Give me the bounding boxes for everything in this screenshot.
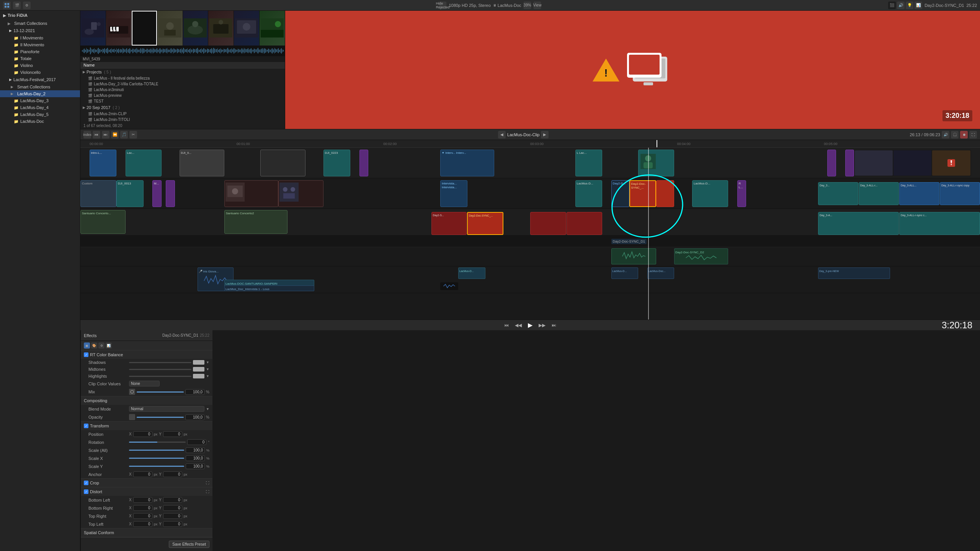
day3-new-audio[interactable]: Day_3-pre-NEW [818,267,890,279]
topbar-icon-1[interactable]: ⬛ [888,2,896,9]
clip-v2-m[interactable]: M... [152,180,162,207]
position-y-field[interactable]: 0 [163,431,182,437]
timeline-btn-5[interactable]: ✂ [129,131,137,139]
effects-icon-3[interactable]: ⚙ [98,342,105,349]
sidebar-item-i-movimento[interactable]: 📁 I Movimento [0,34,80,41]
timeline-index-btn[interactable]: Index [83,131,91,139]
timeline-btn-1[interactable]: ⏮ [93,131,100,139]
timeline-btn-2[interactable]: ⏭ [102,131,109,139]
library-btn[interactable]: 🎬 [13,2,21,9]
transport-skip-back[interactable]: ⏮ [503,323,510,328]
opacity-slider[interactable] [137,417,184,418]
transport-skip-fwd[interactable]: ⏭ [550,323,558,328]
position-x-field[interactable]: 0 [133,431,152,437]
clip-v3-5[interactable]: DJI_0223 [323,150,351,176]
timeline-btn-3[interactable]: ⏪ [111,131,119,139]
projects-group[interactable]: ▶ Projects ( 5 ) [80,68,285,75]
project-item-3[interactable]: 🎬 LacMus-in3minuti [80,87,285,93]
date-item-2[interactable]: 🎬 LacMus-2min-TITOLI [80,117,285,122]
sidebar-item-smart-collections-sub[interactable]: ▶ Smart Collections [0,83,80,90]
clip-purple-2[interactable] [845,150,854,176]
effects-icon-2[interactable]: 🎨 [91,342,97,349]
topbar-icon-4[interactable]: 📊 [915,2,922,9]
sidebar-item-pianoforte[interactable]: 📁 Pianoforte [0,48,80,55]
lacmus-d-center[interactable]: LacMus-D... [458,267,485,279]
clip-v3-7[interactable] [638,150,674,176]
clip-v3-6[interactable] [359,150,369,176]
intervista-audio[interactable]: LacMus_Doc_Intervista 1 - Lous [224,285,314,291]
mix-value-field[interactable]: 100,0 [185,389,204,395]
opacity-value-field[interactable]: 100,0 [185,414,204,420]
clip-after-selected[interactable] [656,180,674,207]
day3-v1-2[interactable]: Day_3-ALL-r-sync c... [899,212,980,235]
clip-v2-r[interactable]: R L... [737,180,746,207]
sidebar-item-totale[interactable]: 📁 Totale [0,55,80,62]
clip-selected-main[interactable]: Day2-Doc-SYNC_... [629,180,657,207]
clip-v3-3[interactable]: DJI_0... [180,150,225,176]
transport-play[interactable]: ▶ [526,321,534,329]
sidebar-app-title[interactable]: ▶ Trio FiDiA [0,11,80,20]
save-effects-preset-btn[interactable]: Save Effects Preset [169,541,209,548]
sidebar-item-lacmus-day-5[interactable]: 📁 LacMus-Day_5 [0,111,80,118]
tr-x-field[interactable]: 0 [133,513,152,519]
scale-x-slider[interactable] [129,458,184,459]
mix-slider[interactable] [137,391,184,393]
shadows-slider[interactable] [129,362,191,363]
clip-v2-custom[interactable]: Custom [80,180,116,207]
bl-y-field[interactable]: 0 [163,497,182,503]
red-clip-selected[interactable]: Day2-Doc-SYNC_... [467,212,503,235]
crop-checkbox[interactable]: ✓ [84,481,88,485]
transform-header[interactable]: ✓ Transform [81,422,212,430]
sidebar-item-smart-collections-top[interactable]: ▶ Smart Collections [0,20,80,27]
app-logo[interactable] [3,2,11,9]
blend-mode-dropdown[interactable]: Normal [129,406,204,412]
midtones-slider[interactable] [129,369,191,370]
project-item-4[interactable]: 🎬 LacMus-preview [80,93,285,98]
scale-all-slider[interactable] [129,450,184,451]
effects-icon-1[interactable]: ▣ [84,342,90,349]
date-item-1[interactable]: 🎬 LacMus-2min-CLIP [80,111,285,117]
sidebar-item-lacmus-day-3[interactable]: 📁 LacMus-Day_3 [0,97,80,104]
effects-icon-4[interactable]: 📊 [106,342,112,349]
sidebar-item-violoncello[interactable]: 📁 Violoncello [0,69,80,76]
clip-day3-2[interactable]: Day_3-ALL-r... [859,182,899,205]
zoom-btn[interactable]: 39% [524,2,531,9]
clip-purple-1[interactable] [827,150,836,176]
sidebar-item-lacmus-doc[interactable]: 📁 LacMus-Doc [0,118,80,125]
clip-v3-1[interactable]: intro-L... [90,150,117,176]
clip-color-dropdown[interactable]: None [129,381,160,386]
br-x-field[interactable]: 0 [133,505,152,511]
rt-color-balance-header[interactable]: ✓ RT Color Balance [81,350,212,359]
sidebar-item-violino[interactable]: 📁 Violino [0,62,80,69]
scale-all-field[interactable]: 100,0 [186,447,205,453]
crop-header[interactable]: ✓ Crop ⛶ [81,479,212,487]
r-red-2[interactable] [567,212,603,235]
scale-y-field[interactable]: 100,0 [186,463,205,469]
highlights-slider[interactable] [129,376,191,377]
timeline-record-btn[interactable]: ⏺ [960,131,968,139]
timeline-next-btn[interactable]: ▶ [541,131,549,139]
sidebar-group-festival[interactable]: ▶ LacMus-Festival_2017 [0,76,80,83]
tl-y-field[interactable]: 0 [163,521,182,527]
clip-v3-4[interactable] [260,150,305,176]
rt-color-checkbox[interactable]: ✓ [84,352,88,357]
tl-x-field[interactable]: 0 [133,521,152,527]
clip-v2-intervista[interactable]: Intervista... Intervista... [440,180,467,207]
br-y-field[interactable]: 0 [163,505,182,511]
sidebar-item-il-movimento[interactable]: 📁 Il Movimento [0,41,80,48]
anchor-x-field[interactable]: 0 [133,471,152,477]
timeline-btn-4[interactable]: 🎵 [120,131,128,139]
settings-btn[interactable]: ⚙ [23,2,31,9]
clip-v2-dji[interactable]: DJI_0013 [116,180,144,207]
clip-day2-sync-d1[interactable]: Day2-D... [611,180,629,207]
clip-right-group[interactable] [854,150,971,176]
compositing-header[interactable]: Compositing [81,396,212,405]
anchor-y-field[interactable]: 0 [163,471,182,477]
project-item-1[interactable]: 🎬 LacMus - Il festival della bellezza [80,75,285,81]
distort-checkbox[interactable]: ✓ [84,489,88,494]
project-item-5[interactable]: 🎬 TEST [80,98,285,104]
r-red-1[interactable] [530,212,566,235]
timeline-prev-btn[interactable]: ◀ [498,131,506,139]
distort-header[interactable]: ✓ Distort ⛶ [81,487,212,496]
date-group[interactable]: ▶ 20 Sep 2017 ( 2 ) [80,104,285,111]
